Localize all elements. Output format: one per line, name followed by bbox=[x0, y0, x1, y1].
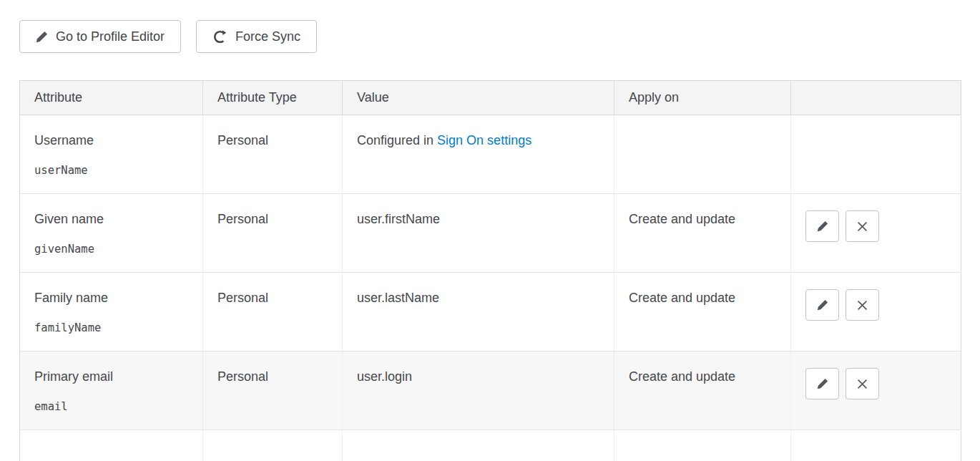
attribute-type: Personal bbox=[217, 133, 268, 147]
x-icon bbox=[857, 221, 868, 232]
x-icon bbox=[857, 300, 868, 311]
table-row: Given name givenName Personal user.first… bbox=[20, 194, 961, 273]
remove-mapping-button[interactable] bbox=[846, 368, 879, 399]
force-sync-button[interactable]: Force Sync bbox=[196, 20, 317, 53]
col-header-attribute: Attribute bbox=[20, 81, 203, 115]
attribute-type: Personal bbox=[217, 291, 268, 305]
attribute-type: Personal bbox=[217, 212, 268, 226]
x-icon bbox=[857, 379, 868, 389]
value-text: user.lastName bbox=[357, 291, 439, 305]
remove-mapping-button[interactable] bbox=[846, 210, 879, 242]
go-to-profile-editor-button[interactable]: Go to Profile Editor bbox=[19, 20, 181, 53]
row-actions bbox=[805, 289, 948, 321]
edit-mapping-button[interactable] bbox=[805, 289, 839, 321]
apply-on: Create and update bbox=[629, 212, 735, 226]
force-sync-label: Force Sync bbox=[235, 29, 300, 44]
table-row: Family name familyName Personal user.las… bbox=[20, 273, 961, 351]
attribute-label: Family name bbox=[34, 291, 190, 306]
col-header-attribute-type: Attribute Type bbox=[203, 81, 343, 115]
attribute-variable: givenName bbox=[34, 243, 190, 256]
pencil-icon bbox=[817, 299, 828, 311]
attribute-type: Personal bbox=[217, 369, 268, 384]
attribute-label: Given name bbox=[34, 212, 190, 227]
table-row: Primary email email Personal user.login … bbox=[20, 351, 961, 430]
row-actions bbox=[805, 210, 948, 242]
col-header-apply-on: Apply on bbox=[614, 81, 791, 115]
pencil-icon bbox=[817, 378, 828, 389]
attribute-label: Username bbox=[34, 133, 190, 148]
pencil-icon bbox=[817, 220, 828, 232]
partial-next-row bbox=[20, 430, 961, 461]
refresh-icon bbox=[212, 29, 227, 44]
col-header-actions bbox=[791, 81, 961, 115]
attribute-variable: familyName bbox=[34, 321, 190, 334]
edit-mapping-button[interactable] bbox=[805, 368, 839, 399]
edit-mapping-button[interactable] bbox=[805, 210, 839, 242]
value-text: user.login bbox=[357, 369, 412, 384]
col-header-value: Value bbox=[343, 81, 614, 115]
table-row: Username userName Personal Configured in… bbox=[20, 115, 961, 194]
value-link[interactable]: Sign On settings bbox=[437, 133, 531, 147]
attribute-mappings-page: Go to Profile Editor Force Sync Attribut… bbox=[0, 0, 980, 461]
go-to-profile-editor-label: Go to Profile Editor bbox=[56, 29, 165, 44]
attribute-variable: userName bbox=[34, 164, 190, 177]
attribute-variable: email bbox=[34, 400, 190, 413]
table-header-row: Attribute Attribute Type Value Apply on bbox=[20, 81, 961, 115]
row-actions bbox=[805, 368, 948, 399]
attribute-mapping-table: Attribute Attribute Type Value Apply on … bbox=[19, 80, 961, 461]
apply-on: Create and update bbox=[629, 291, 735, 305]
remove-mapping-button[interactable] bbox=[846, 289, 879, 321]
value-text: user.firstName bbox=[357, 212, 440, 226]
apply-on: Create and update bbox=[629, 369, 735, 384]
table-body: Username userName Personal Configured in… bbox=[20, 115, 961, 430]
value-text: Configured in bbox=[357, 133, 437, 147]
toolbar: Go to Profile Editor Force Sync bbox=[19, 20, 961, 53]
attribute-label: Primary email bbox=[34, 369, 190, 384]
pencil-icon bbox=[36, 31, 48, 43]
